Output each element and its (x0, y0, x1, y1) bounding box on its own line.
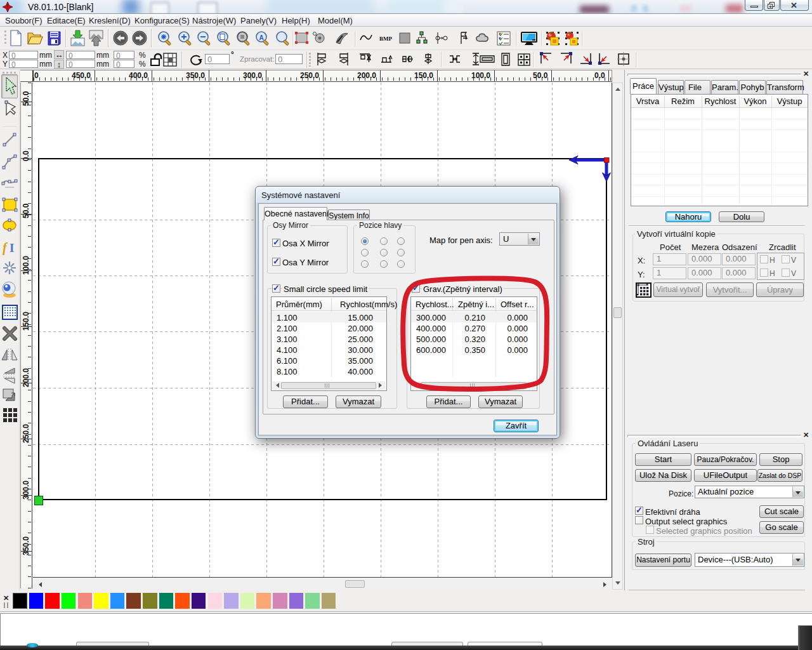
svg-text:BMP: BMP (379, 36, 392, 42)
svg-text:f: f (3, 241, 8, 255)
svg-text:I: I (10, 241, 14, 255)
svg-text:A: A (259, 34, 264, 41)
